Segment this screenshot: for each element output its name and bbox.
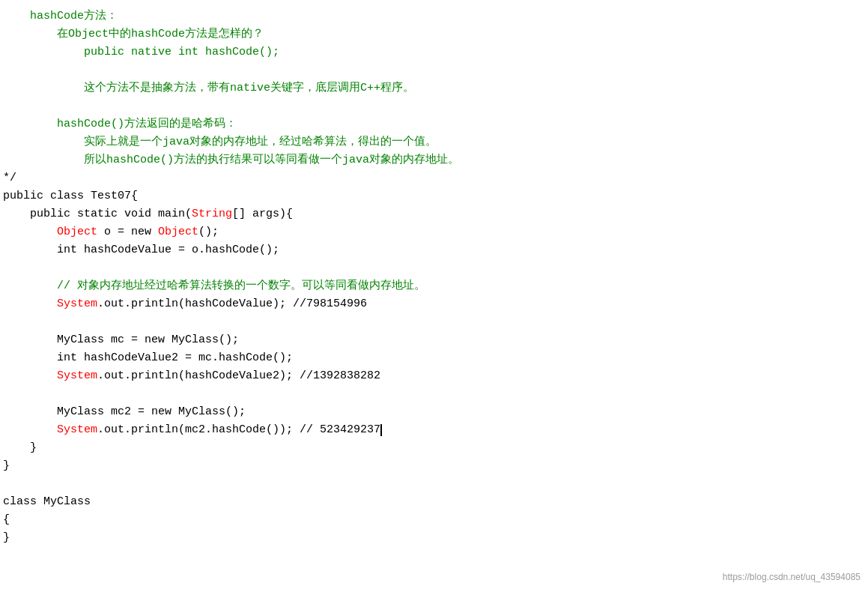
code-line: } (0, 439, 868, 457)
code-line: // 对象内存地址经过哈希算法转换的一个数字。可以等同看做内存地址。 (0, 277, 868, 295)
code-line: } (0, 457, 868, 475)
code-line (0, 385, 868, 403)
line-content: hashCode()方法返回的是哈希码： (3, 115, 865, 133)
line-content: System.out.println(hashCodeValue2); //13… (3, 367, 865, 385)
code-line (0, 475, 868, 493)
line-content: } (3, 529, 865, 547)
line-content: System.out.println(mc2.hashCode()); // 5… (3, 421, 865, 439)
line-content: public native int hashCode(); (3, 43, 865, 61)
line-content: } (3, 439, 865, 457)
code-line: 在Object中的hashCode方法是怎样的？ (0, 25, 868, 43)
line-content: hashCode方法： (3, 7, 865, 25)
line-content: int hashCodeValue2 = mc.hashCode(); (3, 349, 865, 367)
watermark: https://blog.csdn.net/uq_43594085 (723, 570, 861, 585)
line-content: 这个方法不是抽象方法，带有native关键字，底层调用C++程序。 (3, 79, 865, 97)
line-content: */ (3, 169, 865, 187)
code-line: public native int hashCode(); (0, 43, 868, 61)
code-line (0, 61, 868, 79)
code-line: 实际上就是一个java对象的内存地址，经过哈希算法，得出的一个值。 (0, 133, 868, 151)
code-line: int hashCodeValue = o.hashCode(); (0, 241, 868, 259)
line-content: int hashCodeValue = o.hashCode(); (3, 241, 865, 259)
line-content: 所以hashCode()方法的执行结果可以等同看做一个java对象的内存地址。 (3, 151, 865, 169)
line-content: Object o = new Object(); (3, 223, 865, 241)
line-content: // 对象内存地址经过哈希算法转换的一个数字。可以等同看做内存地址。 (3, 277, 865, 295)
line-content: public static void main(String[] args){ (3, 205, 865, 223)
code-line: { (0, 511, 868, 529)
line-content: 在Object中的hashCode方法是怎样的？ (3, 25, 865, 43)
code-line: 这个方法不是抽象方法，带有native关键字，底层调用C++程序。 (0, 79, 868, 97)
code-line: 所以hashCode()方法的执行结果可以等同看做一个java对象的内存地址。 (0, 151, 868, 169)
line-content: { (3, 511, 865, 529)
code-line: public class Test07{ (0, 187, 868, 205)
code-line: */ (0, 169, 868, 187)
code-line: hashCode方法： (0, 7, 868, 25)
line-content: } (3, 457, 865, 475)
code-line (0, 97, 868, 115)
code-line: Object o = new Object(); (0, 223, 868, 241)
code-line: class MyClass (0, 493, 868, 511)
code-line: System.out.println(mc2.hashCode()); // 5… (0, 421, 868, 439)
line-content: public class Test07{ (3, 187, 865, 205)
code-line (0, 313, 868, 331)
code-lines: hashCode方法： 在Object中的hashCode方法是怎样的？ pub… (0, 7, 868, 547)
code-line: public static void main(String[] args){ (0, 205, 868, 223)
line-content: class MyClass (3, 493, 865, 511)
line-content: MyClass mc2 = new MyClass(); (3, 403, 865, 421)
code-line: MyClass mc = new MyClass(); (0, 331, 868, 349)
line-content: MyClass mc = new MyClass(); (3, 331, 865, 349)
code-line: System.out.println(hashCodeValue); //798… (0, 295, 868, 313)
line-content: System.out.println(hashCodeValue); //798… (3, 295, 865, 313)
code-line: System.out.println(hashCodeValue2); //13… (0, 367, 868, 385)
code-line: MyClass mc2 = new MyClass(); (0, 403, 868, 421)
code-viewer: hashCode方法： 在Object中的hashCode方法是怎样的？ pub… (0, 0, 868, 592)
code-line: } (0, 529, 868, 547)
code-line: int hashCodeValue2 = mc.hashCode(); (0, 349, 868, 367)
code-line (0, 259, 868, 277)
line-content: 实际上就是一个java对象的内存地址，经过哈希算法，得出的一个值。 (3, 133, 865, 151)
code-line: hashCode()方法返回的是哈希码： (0, 115, 868, 133)
